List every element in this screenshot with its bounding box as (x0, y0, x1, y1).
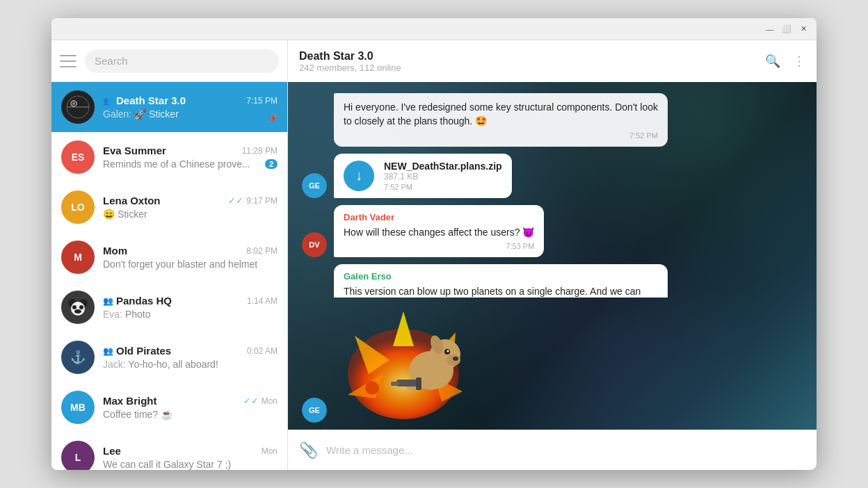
svg-point-4 (72, 102, 75, 105)
chat-info: Max Bright ✓✓ Mon Coffee time? ☕ (103, 395, 278, 420)
read-tick-icon: ✓✓ (243, 396, 259, 406)
chat-preview: 😄 Sticker (103, 209, 278, 220)
chat-preview: Jack: Yo-ho-ho, all aboard! (103, 359, 278, 370)
chat-info: 👥Pandas HQ 1:14 AM Eva: Photo (103, 295, 278, 320)
svg-marker-15 (393, 311, 414, 346)
chat-info: Eva Summer 11:28 PM Reminds me of a Chin… (103, 145, 278, 170)
svg-point-9 (72, 305, 77, 309)
chat-area: Death Star 3.0 242 members, 112 online 🔍… (288, 40, 817, 470)
svg-rect-31 (391, 382, 399, 386)
chat-info: 👥Old Pirates 0:02 AM Jack: Yo-ho-ho, all… (103, 345, 278, 370)
message-bubble: Darth Vader How will these changes affec… (334, 205, 544, 257)
chat-time: Mon (262, 446, 278, 456)
avatar: GE (302, 398, 327, 423)
svg-rect-30 (396, 380, 417, 387)
chat-preview: Coffee time? ☕ (103, 409, 278, 420)
chat-name-row: Max Bright ✓✓ Mon (103, 395, 278, 407)
pin-icon: 📌 (267, 114, 278, 124)
preview-text: Reminds me of a Chinese prove... (103, 158, 250, 170)
chat-title: Death Star 3.0 (299, 50, 401, 63)
chat-time: 1:14 AM (247, 296, 278, 306)
sticker-sender-avatar: GE (302, 398, 327, 423)
svg-point-25 (453, 357, 458, 361)
preview-label: Galen: (103, 108, 131, 120)
menu-icon[interactable] (60, 55, 77, 67)
chat-name-row: Lena Oxton ✓✓ 9:17 PM (103, 195, 278, 206)
message-avatar: DV (302, 232, 327, 257)
svg-point-11 (74, 309, 81, 314)
preview-text: 🚀 Sticker (134, 108, 179, 120)
chat-subtitle: 242 members, 112 online (299, 63, 401, 73)
message-row: Hi everyone. I've redesigned some key st… (302, 93, 803, 147)
chat-info: Lena Oxton ✓✓ 9:17 PM 😄 Sticker (103, 195, 278, 220)
message-input[interactable] (326, 444, 805, 456)
message-text: This version can blow up two planets on … (344, 284, 658, 298)
message-time: 7:53 PM (344, 242, 534, 250)
svg-point-24 (447, 355, 460, 366)
chat-header: Death Star 3.0 242 members, 112 online 🔍… (288, 40, 817, 82)
svg-text:⚓: ⚓ (70, 350, 86, 365)
chat-list-item-pandas-hq[interactable]: 👥Pandas HQ 1:14 AM Eva: Photo (51, 282, 287, 332)
preview-text: Yo-ho-ho, all aboard! (128, 359, 218, 370)
avatar (61, 291, 95, 324)
search-box[interactable] (85, 49, 279, 73)
close-button[interactable]: ✕ (798, 24, 808, 34)
file-info: NEW_DeathStar.plans.zip 387.1 KB 7:52 PM (384, 161, 502, 191)
chat-name: 👥Old Pirates (103, 345, 171, 357)
chat-name-row: Lee Mon (103, 445, 278, 457)
chat-preview: Reminds me of a Chinese prove... 2 (103, 158, 278, 170)
chat-header-info: Death Star 3.0 242 members, 112 online (299, 50, 401, 73)
chat-header-actions: 🔍 ⋮ (765, 54, 805, 69)
maximize-button[interactable]: ⬜ (782, 24, 791, 34)
chat-info: Mom 8:02 PM Don't forget your blaster an… (103, 245, 278, 270)
file-name: NEW_DeathStar.plans.zip (384, 161, 502, 172)
avatar: DV (302, 232, 327, 257)
svg-rect-32 (416, 377, 421, 390)
more-options-icon[interactable]: ⋮ (793, 54, 805, 69)
svg-point-20 (365, 381, 379, 395)
message-sender: Galen Erso (344, 271, 658, 282)
group-icon: 👥 (103, 96, 113, 106)
search-input[interactable] (95, 55, 269, 67)
avatar: ⚓ (61, 341, 95, 374)
preview-label: Jack: (103, 359, 126, 370)
chat-time: 9:17 PM (246, 196, 278, 206)
message-row: GE ↓ NEW_DeathStar.plans.zip 387.1 KB 7:… (302, 154, 803, 198)
message-row: Galen Erso This version can blow up two … (302, 264, 803, 298)
svg-point-10 (79, 305, 83, 309)
chat-info: Lee Mon We can call it Galaxy Star 7 ;) (103, 445, 278, 470)
message-text: How will these changes affect the users?… (344, 225, 534, 239)
chat-list-item-mom[interactable]: M Mom 8:02 PM Don't forget your blaster … (51, 232, 287, 282)
avatar: ES (61, 140, 95, 174)
chat-list-item-death-star[interactable]: 👥Death Star 3.0 7:15 PM Galen: 🚀 Sticker… (51, 82, 287, 132)
chat-preview: Don't forget your blaster and helmet (103, 259, 278, 270)
chat-time: 8:02 PM (246, 246, 278, 256)
sticker-area: GE (288, 298, 817, 430)
chat-list-item-eva-summer[interactable]: ES Eva Summer 11:28 PM Reminds me of a C… (51, 132, 287, 182)
title-bar: — ⬜ ✕ (51, 18, 817, 40)
preview-text: Coffee time? ☕ (103, 409, 172, 420)
main-content: 👥Death Star 3.0 7:15 PM Galen: 🚀 Sticker… (51, 40, 817, 470)
chat-info: 👥Death Star 3.0 7:15 PM Galen: 🚀 Sticker (103, 95, 278, 120)
search-chat-icon[interactable]: 🔍 (765, 54, 780, 69)
file-download-icon[interactable]: ↓ (344, 161, 374, 191)
chat-list-item-lee[interactable]: L Lee Mon We can call it Galaxy Star 7 ;… (51, 432, 287, 470)
chat-list-item-lena-oxton[interactable]: LO Lena Oxton ✓✓ 9:17 PM 😄 Sticker (51, 182, 287, 232)
chat-list-item-old-pirates[interactable]: ⚓ 👥Old Pirates 0:02 AM Jack: Yo-ho-ho, a… (51, 332, 287, 382)
minimize-button[interactable]: — (765, 24, 775, 34)
chat-name-row: 👥Old Pirates 0:02 AM (103, 345, 278, 357)
chat-name-row: Mom 8:02 PM (103, 245, 278, 257)
chat-name-row: Eva Summer 11:28 PM (103, 145, 278, 156)
chat-name: Mom (103, 245, 127, 257)
preview-text: We can call it Galaxy Star 7 ;) (103, 459, 231, 470)
chat-list-item-max-bright[interactable]: MB Max Bright ✓✓ Mon Coffee time? ☕ (51, 382, 287, 432)
chat-name: Eva Summer (103, 145, 166, 156)
file-time: 7:52 PM (384, 183, 502, 191)
preview-text: Photo (125, 309, 151, 320)
avatar: L (61, 441, 95, 470)
preview-text: Don't forget your blaster and helmet (103, 259, 257, 270)
attach-icon[interactable]: 📎 (299, 441, 318, 459)
file-size: 387.1 KB (384, 172, 502, 181)
chat-time: Mon (262, 396, 278, 406)
avatar (61, 90, 95, 124)
